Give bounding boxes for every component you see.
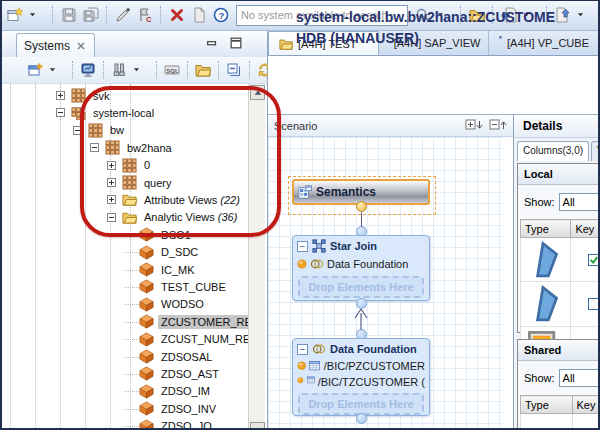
tree-item-wodso[interactable]: WODSO xyxy=(124,296,207,313)
collapse-all-icon[interactable] xyxy=(489,119,507,133)
collapse-icon[interactable] xyxy=(90,143,99,152)
new-wizard-icon[interactable] xyxy=(7,7,23,23)
open-folder-icon[interactable] xyxy=(195,62,211,78)
help-icon[interactable]: ? xyxy=(213,7,229,23)
tree-item-bw2hana[interactable]: bw2hana xyxy=(90,139,175,156)
checkbox-checked[interactable] xyxy=(588,254,600,266)
delete-button[interactable] xyxy=(167,4,187,26)
dropdown-icon[interactable] xyxy=(133,62,149,78)
tree-item-zdsosal[interactable]: ZDSOSAL xyxy=(124,348,215,365)
admin-console-button[interactable] xyxy=(78,59,98,81)
collapse-node-icon[interactable]: − xyxy=(297,344,308,355)
admin-console-icon[interactable] xyxy=(80,62,96,78)
tree-item-0[interactable]: 0 xyxy=(107,157,153,174)
dropdown-icon[interactable] xyxy=(49,62,65,78)
sql-button[interactable]: SQL xyxy=(162,59,182,81)
data-foundation-row[interactable]: /BIC/PZCUSTOMER xyxy=(293,358,429,374)
shared-group: Shared Show: All Type Key xyxy=(517,339,600,430)
tab-next[interactable]: V xyxy=(591,141,600,161)
table-icon xyxy=(309,360,320,372)
col-header-key[interactable]: Key xyxy=(572,396,600,414)
tree-scrollbar[interactable] xyxy=(248,84,265,430)
help-button[interactable]: ? xyxy=(211,4,231,26)
expand-all-icon[interactable] xyxy=(465,119,483,133)
maximize-icon[interactable] xyxy=(229,36,243,50)
node-data-foundation[interactable]: − Data Foundation /BIC/PZCUSTOMER /BIC/T… xyxy=(292,338,430,416)
tree-item-test-cube[interactable]: TEST_CUBE xyxy=(124,278,229,295)
pins-icon[interactable] xyxy=(111,62,127,78)
scroll-up-icon[interactable] xyxy=(250,85,265,100)
show-dropdown[interactable]: All xyxy=(559,369,600,387)
dropdown-button[interactable] xyxy=(131,59,151,81)
activate-button[interactable] xyxy=(113,4,133,26)
column-row[interactable] xyxy=(521,238,600,282)
tree-item-zdso-jo[interactable]: ZDSO_JO xyxy=(124,418,215,430)
collapse-all-button[interactable] xyxy=(224,59,244,81)
save-button[interactable] xyxy=(59,4,79,26)
expand-icon[interactable] xyxy=(107,178,116,187)
collapse-node-icon[interactable]: − xyxy=(297,241,308,252)
connector-dot[interactable] xyxy=(356,298,367,309)
sql-icon[interactable]: SQL xyxy=(164,62,180,78)
tree-item-system-local[interactable]: system-local xyxy=(56,104,157,121)
tree-item-dso1[interactable]: DSO1 xyxy=(124,226,194,243)
activate-icon[interactable] xyxy=(115,7,131,23)
drop-elements-zone[interactable]: Drop Elements Here xyxy=(298,393,424,415)
tree-item-zcustomer-rep[interactable]: ZCUSTOMER_REP xyxy=(124,313,248,330)
node-star-join[interactable]: − Star Join Data Foundation Drop Element… xyxy=(292,235,430,301)
checkbox-unchecked[interactable] xyxy=(588,298,600,310)
save-icon[interactable] xyxy=(61,7,77,23)
expand-icon[interactable] xyxy=(107,195,116,204)
tree-item-zdso-im[interactable]: ZDSO_IM xyxy=(124,383,213,400)
collapse-all-icon[interactable] xyxy=(226,62,242,78)
document-button[interactable] xyxy=(189,4,209,26)
collapse-icon[interactable] xyxy=(73,126,82,135)
expand-icon[interactable] xyxy=(107,161,116,170)
dropdown-button[interactable] xyxy=(47,59,67,81)
syntax-check-icon[interactable]: C xyxy=(137,7,153,23)
expand-icon[interactable] xyxy=(56,91,65,100)
tree-item-zdso-inv[interactable]: ZDSO_INV xyxy=(124,400,219,417)
collapse-icon[interactable] xyxy=(107,213,116,222)
star-join-row[interactable]: Data Foundation xyxy=(293,255,429,273)
collapse-icon[interactable] xyxy=(56,108,65,117)
tab-systems[interactable]: Systems xyxy=(16,33,95,58)
connector-dot[interactable] xyxy=(356,413,367,424)
dropdown-button[interactable] xyxy=(27,4,47,26)
tree-item-svk[interactable]: svk xyxy=(56,87,113,104)
show-dropdown[interactable]: All xyxy=(559,193,600,211)
open-folder-button[interactable] xyxy=(193,59,213,81)
tree-item-ic-mk[interactable]: IC_MK xyxy=(124,261,198,278)
col-header-type[interactable]: Type xyxy=(521,220,571,238)
tree-item-query[interactable]: query xyxy=(107,174,175,191)
close-view-icon[interactable] xyxy=(75,40,87,52)
add-system-button[interactable] xyxy=(25,59,45,81)
document-icon[interactable] xyxy=(191,7,207,23)
tab-columns[interactable]: Columns(3,0) xyxy=(517,141,589,161)
tree-item-analytic-views[interactable]: Analytic Views (36) xyxy=(107,209,240,226)
tree-item-d-sdc[interactable]: D_SDC xyxy=(124,244,201,261)
connector-dot[interactable] xyxy=(356,201,367,212)
delete-icon[interactable] xyxy=(169,7,185,23)
col-header-key[interactable]: Key xyxy=(571,220,600,238)
folder-icon xyxy=(122,192,137,207)
dropdown-icon[interactable] xyxy=(29,7,45,23)
syntax-check-button[interactable]: C xyxy=(135,4,155,26)
tree-item-zdso-ast[interactable]: ZDSO_AST xyxy=(124,365,222,382)
pins-button[interactable] xyxy=(109,59,129,81)
add-system-icon[interactable] xyxy=(27,62,43,78)
tree-item-attribute-views[interactable]: Attribute Views (22) xyxy=(107,191,243,208)
svg-text:SQL: SQL xyxy=(166,68,179,74)
new-wizard-button[interactable] xyxy=(5,4,25,26)
drop-elements-zone[interactable]: Drop Elements Here xyxy=(298,276,424,298)
col-header-type[interactable]: Type xyxy=(521,396,573,414)
minimize-icon[interactable] xyxy=(205,36,219,50)
data-foundation-row[interactable]: /BIC/TZCUSTOMER ( xyxy=(293,374,429,390)
save-all-button[interactable] xyxy=(81,4,101,26)
tree-item-bw[interactable]: bw xyxy=(73,122,127,139)
save-all-icon[interactable] xyxy=(83,7,99,23)
tree-scrollbar-thumb[interactable] xyxy=(250,422,265,430)
semantics-icon xyxy=(298,185,312,199)
column-row[interactable] xyxy=(521,282,600,326)
tree-item-zcust-num-rep[interactable]: ZCUST_NUM_REP xyxy=(124,331,248,348)
